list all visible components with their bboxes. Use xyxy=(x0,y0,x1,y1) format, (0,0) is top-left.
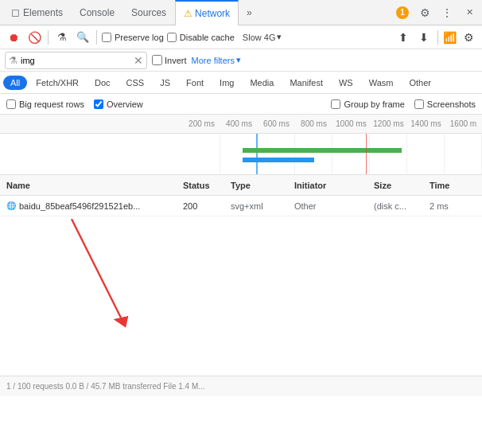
big-rows-input[interactable] xyxy=(6,99,16,109)
chip-css[interactable]: CSS xyxy=(119,76,152,90)
divider-3 xyxy=(437,30,438,45)
more-filters-label: More filters xyxy=(192,56,235,65)
load-marker xyxy=(366,134,367,174)
more-menu-button[interactable]: ⋮ xyxy=(437,3,457,22)
tl-800: 800 ms xyxy=(295,119,332,128)
col-time-header[interactable]: Time xyxy=(430,181,469,190)
no-entry-icon: 🚫 xyxy=(28,31,41,44)
big-rows-checkbox[interactable]: Big request rows xyxy=(6,99,84,109)
close-devtools-button[interactable]: ✕ xyxy=(460,3,479,22)
tab-more[interactable]: » xyxy=(239,0,261,25)
timeline-labels: 200 ms 400 ms 600 ms 800 ms 1000 ms 1200… xyxy=(0,115,482,133)
col-name-header[interactable]: Name xyxy=(0,181,183,190)
chip-font[interactable]: Font xyxy=(179,76,211,90)
tab-console[interactable]: Console xyxy=(72,0,123,25)
chip-img[interactable]: Img xyxy=(212,76,241,90)
upload-icon: ⬆ xyxy=(398,31,408,44)
arrow-annotation xyxy=(0,216,482,376)
throttle-dropdown[interactable]: Slow 4G ▾ xyxy=(238,30,287,44)
disable-cache-input[interactable] xyxy=(167,33,177,42)
svg-line-0 xyxy=(72,219,123,322)
table-row[interactable]: 🌐 baidu_85beaf5496f291521eb... 200 svg+x… xyxy=(0,196,482,216)
col-size-header[interactable]: Size xyxy=(374,181,430,190)
filter-button[interactable]: ⚗ xyxy=(53,29,71,46)
more-filters-button[interactable]: More filters ▾ xyxy=(192,55,241,65)
wifi-icon: 📶 xyxy=(443,31,457,44)
export-button[interactable]: ⬇ xyxy=(415,29,433,46)
chip-other[interactable]: Other xyxy=(402,76,438,90)
tab-network[interactable]: ⚠ Network xyxy=(175,0,239,25)
timeline-header: 200 ms 400 ms 600 ms 800 ms 1000 ms 1200… xyxy=(0,115,482,134)
tl-400: 400 ms xyxy=(220,119,258,128)
col-type-header[interactable]: Type xyxy=(231,181,294,190)
overview-label: Overview xyxy=(107,99,143,109)
row-name: 🌐 baidu_85beaf5496f291521eb... xyxy=(0,201,183,211)
network-toolbar: ⏺ 🚫 ⚗ 🔍 Preserve log Disable cache Slow … xyxy=(0,25,482,49)
empty-area xyxy=(0,216,482,376)
chip-wasm[interactable]: Wasm xyxy=(362,76,401,90)
chip-fetch-xhr[interactable]: Fetch/XHR xyxy=(29,76,86,90)
row-time: 2 ms xyxy=(430,201,469,211)
tl-600: 600 ms xyxy=(258,119,295,128)
row-status: 200 xyxy=(183,201,231,211)
overview-input[interactable] xyxy=(94,99,103,109)
network-warning-icon: ⚠ xyxy=(184,8,192,19)
tl-1000: 1000 ms xyxy=(332,119,370,128)
preserve-log-checkbox[interactable]: Preserve log xyxy=(102,33,164,42)
invert-checkbox[interactable]: Invert xyxy=(152,55,187,65)
clear-filter-button[interactable]: ✕ xyxy=(134,55,143,66)
disable-cache-checkbox[interactable]: Disable cache xyxy=(167,33,235,42)
chip-wasm-label: Wasm xyxy=(369,78,394,88)
screenshots-input[interactable] xyxy=(414,99,424,109)
chip-img-label: Img xyxy=(220,78,234,88)
chip-media-label: Media xyxy=(250,78,274,88)
vline-8 xyxy=(445,134,482,174)
chip-manifest[interactable]: Manifest xyxy=(282,76,330,90)
filter-funnel-icon: ⚗ xyxy=(9,55,17,66)
tl-1200: 1200 ms xyxy=(370,119,407,128)
waterfall-bar-blue xyxy=(243,158,314,162)
overview-checkbox[interactable]: Overview xyxy=(94,99,143,109)
invert-input[interactable] xyxy=(152,55,162,65)
options-right: Group by frame Screenshots xyxy=(331,99,476,109)
col-status-header[interactable]: Status xyxy=(183,181,231,190)
divider-2 xyxy=(96,30,97,45)
chip-js[interactable]: JS xyxy=(153,76,177,90)
network-settings-button[interactable]: ⚙ xyxy=(460,29,477,46)
content-area: 200 ms 400 ms 600 ms 800 ms 1000 ms 1200… xyxy=(0,115,482,396)
tl-1600: 1600 m xyxy=(445,119,482,128)
filter-chips-row: All Fetch/XHR Doc CSS JS Font Img Media … xyxy=(0,72,482,94)
filter-input[interactable] xyxy=(21,56,130,65)
chip-ws-label: WS xyxy=(339,78,353,88)
tab-network-label: Network xyxy=(195,8,230,19)
close-icon: ✕ xyxy=(466,7,473,18)
clear-log-button[interactable]: 🚫 xyxy=(25,29,43,46)
search-button[interactable]: 🔍 xyxy=(74,29,91,46)
badge-count: 1 xyxy=(396,6,409,19)
import-button[interactable]: ⬆ xyxy=(395,29,412,46)
group-by-frame-checkbox[interactable]: Group by frame xyxy=(331,99,404,109)
vline-5 xyxy=(332,134,370,174)
screenshots-checkbox[interactable]: Screenshots xyxy=(414,99,476,109)
chip-all-label: All xyxy=(10,78,20,88)
group-by-frame-input[interactable] xyxy=(331,99,340,109)
chip-all[interactable]: All xyxy=(3,76,27,90)
row-initiator: Other xyxy=(294,201,374,211)
chip-media[interactable]: Media xyxy=(243,76,281,90)
settings-button[interactable]: ⚙ xyxy=(415,3,434,22)
filter-row: ⚗ ✕ Invert More filters ▾ xyxy=(0,49,482,72)
preserve-log-input[interactable] xyxy=(102,33,111,42)
chip-doc-label: Doc xyxy=(95,78,111,88)
stop-recording-button[interactable]: ⏺ xyxy=(5,29,22,46)
throttle-label: Slow 4G xyxy=(243,33,276,42)
vline-1 xyxy=(183,134,220,174)
notification-badge[interactable]: 1 xyxy=(393,3,412,22)
chip-doc[interactable]: Doc xyxy=(87,76,118,90)
chip-ws[interactable]: WS xyxy=(332,76,360,90)
more-icon: ⋮ xyxy=(441,6,453,19)
chip-font-label: Font xyxy=(186,78,204,88)
tab-elements[interactable]: ◻ Elements xyxy=(3,0,72,25)
col-initiator-header[interactable]: Initiator xyxy=(294,181,374,190)
tab-sources[interactable]: Sources xyxy=(123,0,175,25)
tab-console-label: Console xyxy=(80,7,115,18)
